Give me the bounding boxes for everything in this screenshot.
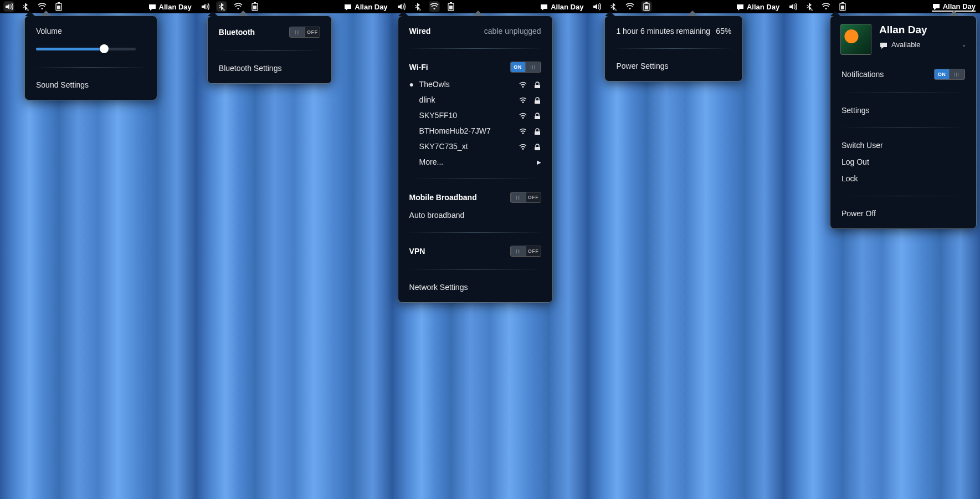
bluetooth-header: Bluetooth (219, 28, 255, 37)
sound-settings-item[interactable]: Sound Settings (36, 77, 146, 93)
battery-popup: 1 hour 6 minutes remaining 65% Power Set… (604, 16, 743, 82)
user-menu-label[interactable]: Allan Day (736, 3, 779, 11)
wifi-icon[interactable] (822, 2, 830, 11)
wifi-icon[interactable] (625, 2, 634, 11)
user-menu-label[interactable]: Allan Day (540, 3, 583, 11)
bluetooth-icon[interactable] (21, 2, 30, 11)
volume-label: Volume (36, 27, 62, 35)
sound-popup: Volume Sound Settings (24, 16, 157, 100)
status-selector[interactable]: Available ⌄ (879, 40, 966, 49)
user-name: Allan Day (879, 24, 966, 36)
mobile-broadband-label: Mobile Broadband (409, 193, 477, 202)
wifi-more[interactable]: More... ▶ (409, 154, 541, 170)
signal-icon (518, 80, 527, 88)
notifications-toggle[interactable]: ON OFF (934, 69, 965, 80)
logout-item[interactable]: Log Out (842, 154, 965, 170)
wifi-network-item[interactable]: BTHomeHub2-7JW7 (409, 123, 541, 139)
signal-icon (518, 111, 527, 119)
signal-icon (518, 142, 527, 150)
active-dot-icon: ● (409, 80, 414, 89)
bluetooth-popup: Bluetooth ON OFF Bluetooth Settings (207, 16, 332, 84)
lock-icon (532, 81, 541, 88)
wired-label: Wired (409, 27, 431, 35)
battery-icon[interactable] (447, 2, 455, 11)
signal-icon (518, 96, 527, 104)
lock-icon (532, 143, 541, 150)
battery-percent: 65% (716, 27, 731, 35)
bluetooth-icon[interactable] (413, 2, 422, 11)
wifi-ssid: TheOwls (419, 80, 512, 89)
volume-icon[interactable] (201, 2, 209, 11)
wifi-icon[interactable] (234, 2, 243, 11)
column-bluetooth: Allan Day Bluetooth ON OFF Bluetooth Set… (196, 0, 392, 499)
wifi-ssid: SKY7C735_xt (419, 142, 512, 151)
signal-icon (518, 127, 527, 135)
lock-icon (532, 96, 541, 104)
topbar: Allan Day (196, 0, 392, 13)
settings-item[interactable]: Settings (842, 102, 965, 119)
volume-slider[interactable] (36, 43, 136, 54)
vpn-label: VPN (409, 247, 425, 256)
user-menu-label[interactable]: Allan Day (343, 3, 387, 11)
wifi-network-item[interactable]: dlink (409, 92, 541, 108)
wifi-label: Wi-Fi (409, 63, 428, 72)
volume-icon[interactable] (592, 2, 601, 11)
wifi-toggle[interactable]: ON OFF (510, 62, 541, 73)
wifi-ssid: SKY5FF10 (419, 111, 512, 120)
user-popup: Allan Day Available ⌄ Notifications ON O… (830, 16, 977, 229)
mobile-broadband-item[interactable]: Auto broadband (409, 207, 541, 223)
column-user: Allan Day Allan Day Available ⌄ Notifica… (784, 0, 980, 499)
user-menu-label[interactable]: Allan Day (932, 2, 976, 12)
power-settings-item[interactable]: Power Settings (616, 58, 731, 74)
battery-icon[interactable] (250, 2, 259, 11)
battery-icon[interactable] (838, 2, 847, 11)
wifi-icon[interactable] (38, 2, 47, 11)
column-network: Allan Day Wired cable unplugged Wi-Fi ON… (392, 0, 588, 499)
wired-status: cable unplugged (484, 27, 541, 35)
wifi-icon[interactable] (430, 2, 439, 11)
wifi-ssid: BTHomeHub2-7JW7 (419, 126, 512, 135)
column-battery: Allan Day 1 hour 6 minutes remaining 65%… (588, 0, 784, 499)
wifi-network-item[interactable]: SKY7C735_xt (409, 139, 541, 154)
battery-remaining: 1 hour 6 minutes remaining (616, 27, 710, 35)
bluetooth-settings-item[interactable]: Bluetooth Settings (219, 60, 320, 77)
bluetooth-icon[interactable] (609, 2, 618, 11)
avatar (840, 24, 871, 55)
volume-icon[interactable] (397, 2, 406, 11)
volume-icon[interactable] (4, 2, 13, 11)
lock-icon (532, 112, 541, 119)
wifi-network-item[interactable]: ●TheOwls (409, 77, 541, 92)
network-popup: Wired cable unplugged Wi-Fi ON OFF ●TheO… (398, 16, 553, 303)
battery-icon[interactable] (642, 2, 651, 11)
bluetooth-icon[interactable] (805, 2, 814, 11)
wifi-ssid: dlink (419, 95, 512, 104)
wifi-network-item[interactable]: SKY5FF10 (409, 108, 541, 123)
chevron-down-icon: ⌄ (962, 42, 966, 48)
network-settings-item[interactable]: Network Settings (409, 279, 541, 296)
volume-icon[interactable] (788, 2, 797, 11)
bluetooth-icon[interactable] (217, 2, 226, 11)
topbar: Allan Day (392, 0, 588, 13)
lock-icon (532, 128, 541, 135)
topbar: Allan Day (588, 0, 784, 13)
mobile-broadband-toggle[interactable]: ON OFF (510, 192, 541, 203)
column-sound: Allan Day Volume Sound Settings (0, 0, 196, 499)
user-menu-label[interactable]: Allan Day (148, 3, 192, 11)
chevron-right-icon: ▶ (537, 159, 541, 165)
wifi-list: ●TheOwlsdlinkSKY5FF10BTHomeHub2-7JW7SKY7… (409, 77, 541, 154)
bluetooth-toggle[interactable]: ON OFF (289, 27, 320, 38)
battery-icon[interactable] (54, 2, 63, 11)
switch-user-item[interactable]: Switch User (842, 137, 965, 154)
lock-item[interactable]: Lock (842, 170, 965, 187)
poweroff-item[interactable]: Power Off (842, 205, 965, 222)
notifications-label: Notifications (842, 70, 884, 79)
vpn-toggle[interactable]: ON OFF (510, 246, 541, 257)
chat-icon (879, 41, 887, 49)
